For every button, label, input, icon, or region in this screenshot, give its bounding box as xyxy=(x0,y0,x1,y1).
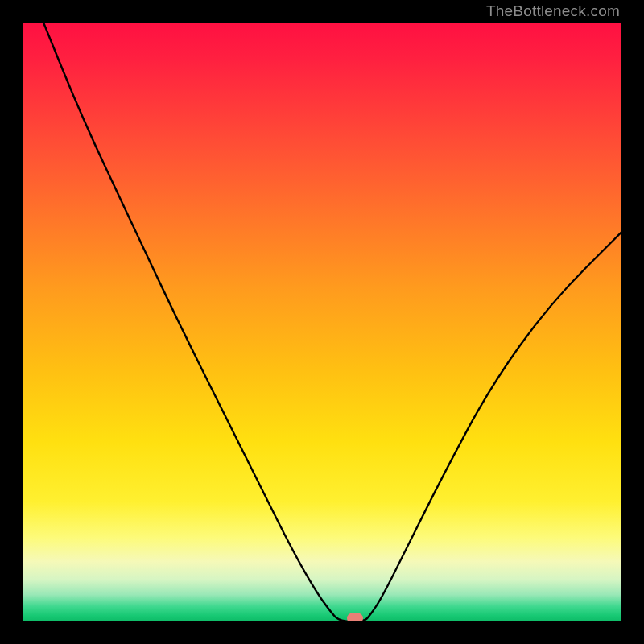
optimal-point-marker xyxy=(347,613,363,622)
plot-area xyxy=(23,23,621,621)
chart-frame: TheBottleneck.com xyxy=(0,0,644,644)
watermark-text: TheBottleneck.com xyxy=(486,2,620,20)
bottleneck-curve xyxy=(23,23,621,621)
